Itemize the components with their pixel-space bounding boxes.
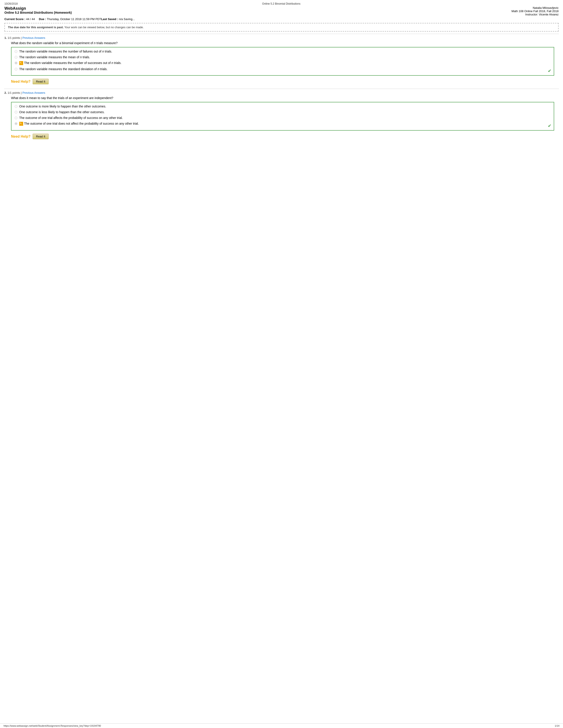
read-it-button[interactable]: Read It [33,134,49,139]
question-2-answer-box: One outcome is more likely to happen tha… [11,102,554,131]
pencil-icon [19,122,23,126]
instructor-name: Instructor: Vicente Alvarez [512,13,559,16]
question-1-option-text-4: The random variable measures the standar… [19,67,107,71]
due-label: Due : [39,17,46,21]
question-1-header: 1. 1/1 points | Previous Answers [4,36,559,39]
pencil-icon [19,61,23,65]
question-2-text: What does it mean to say that the trials… [11,96,559,100]
question-2-radio-4[interactable] [15,122,17,125]
question-1-text: What does the random variable for a bino… [11,41,559,45]
question-1-need-help: Need Help?Read It [11,79,559,84]
correct-checkmark: ✔ [548,68,552,73]
question-2-radio-3[interactable] [15,116,17,119]
course-info: Math 108 Online Fall 2018, Fall 2018 [512,9,559,13]
read-it-button[interactable]: Read It [33,79,49,84]
date-label: 10/26/2018 [4,2,18,5]
question-2-number: 2. [4,91,7,94]
question-2-option-1: One outcome is more likely to happen tha… [15,105,551,108]
question-1-radio-1[interactable] [15,50,17,53]
course-name: Online 5.2 Binomial Distributions (Homew… [4,11,72,14]
question-1-option-2: The random variable measures the mean of… [15,55,551,59]
question-2-header: 2. 1/1 points | Previous Answers [4,91,559,94]
separator-q1 [4,89,559,89]
due-notice-bold: The due date for this assignment is past… [8,26,64,29]
question-2-radio-2[interactable] [15,111,17,114]
previous-answers-link-1[interactable]: Previous Answers [22,36,45,39]
due-notice-rest: Your work can be viewed below, but no ch… [64,26,144,29]
separator-top [4,34,559,34]
question-2-option-text-3: The outcome of one trial affects the pro… [19,116,123,120]
score-bar: Current Score : 44 / 44 Due : Thursday, … [4,17,559,21]
question-2-option-3: The outcome of one trial affects the pro… [15,116,551,120]
score-label: Current Score : [4,17,25,21]
page-title-center: Online 5.2 Binomial Distributions [262,2,300,5]
student-name: Natalia Milosavljevic [512,6,559,9]
question-2-option-2: One outcome is less likely to happen tha… [15,110,551,114]
need-help-label: Need Help? [11,135,30,139]
question-1-option-1: The random variable measures the number … [15,50,551,53]
questions-container: 1. 1/1 points | Previous AnswersWhat doe… [4,36,559,139]
score-value: 44 / 44 [26,17,35,21]
due-value: Thursday, October 11 2018 11:59 PM PDT [47,17,101,21]
question-1-option-text-1: The random variable measures the number … [19,50,112,53]
question-2-radio-1[interactable] [15,105,17,108]
question-1-option-3: The random variable measures the number … [15,61,551,65]
question-1-radio-2[interactable] [15,56,17,59]
question-1-option-4: The random variable measures the standar… [15,67,551,71]
need-help-label: Need Help? [11,80,30,84]
question-2-option-text-4: The outcome of one trial does not affect… [24,122,139,125]
question-2-option-text-1: One outcome is more likely to happen tha… [19,105,106,108]
last-saved-label: Last Saved : [101,17,118,21]
previous-answers-link-2[interactable]: Previous Answers [22,91,45,94]
question-2-option-text-2: One outcome is less likely to happen tha… [19,110,105,114]
question-1-radio-3[interactable] [15,62,17,64]
correct-checkmark: ✔ [548,123,552,128]
question-1-option-text-2: The random variable measures the mean of… [19,55,90,59]
question-1-radio-4[interactable] [15,68,17,71]
question-1-number: 1. [4,36,7,39]
question-2-option-4: The outcome of one trial does not affect… [15,122,551,126]
due-date-notice: The due date for this assignment is past… [4,23,559,32]
question-2-need-help: Need Help?Read It [11,134,559,139]
site-name: WebAssign [4,6,72,11]
question-1-answer-box: The random variable measures the number … [11,47,554,76]
last-saved-value: n/a Saving... [119,17,135,21]
question-1-option-text-3: The random variable measures the number … [24,61,121,65]
